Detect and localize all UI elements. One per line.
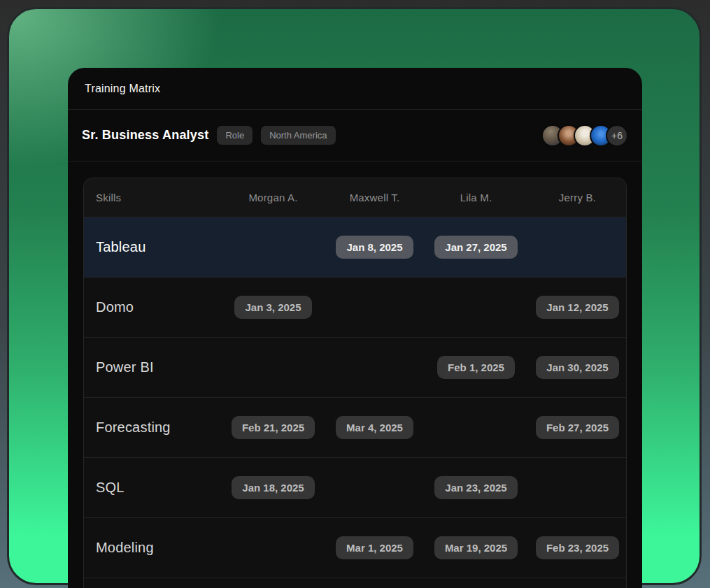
table-row-partial [84, 578, 626, 588]
table-body: Tableau Jan 8, 2025 Jan 27, 2025 Domo Ja… [84, 217, 626, 578]
skill-name: Forecasting [84, 420, 222, 436]
column-header-maxwell: Maxwell T. [324, 192, 425, 203]
column-header-skills: Skills [84, 192, 222, 203]
date-badge[interactable]: Jan 8, 2025 [336, 236, 413, 259]
date-cell: Jan 27, 2025 [425, 236, 527, 259]
date-cell: Jan 8, 2025 [324, 236, 425, 259]
table-row[interactable]: Power BI Feb 1, 2025 Jan 30, 2025 [84, 338, 626, 398]
avatar-overflow-count[interactable]: +6 [606, 124, 628, 147]
date-badge[interactable]: Feb 1, 2025 [437, 356, 515, 379]
training-matrix-table: Skills Morgan A. Maxwell T. Lila M. Jerr… [83, 178, 627, 588]
role-title: Sr. Business Analyst [82, 128, 208, 143]
skill-name: SQL [84, 480, 222, 496]
table-row[interactable]: Domo Jan 3, 2025 Jan 12, 2025 [84, 278, 626, 338]
skill-name: Tableau [84, 239, 222, 255]
date-badge[interactable]: Feb 21, 2025 [232, 416, 315, 439]
date-badge[interactable]: Jan 3, 2025 [234, 296, 311, 319]
table-row[interactable]: Forecasting Feb 21, 2025 Mar 4, 2025 Feb… [84, 398, 626, 458]
date-cell: Feb 21, 2025 [222, 416, 324, 439]
chip-role[interactable]: Role [217, 126, 253, 145]
app-window: Training Matrix Sr. Business Analyst Rol… [68, 68, 642, 588]
date-badge[interactable]: Jan 12, 2025 [536, 296, 618, 319]
skill-name: Modeling [84, 540, 222, 556]
date-cell: Mar 1, 2025 [324, 536, 425, 559]
table-row[interactable]: Tableau Jan 8, 2025 Jan 27, 2025 [84, 217, 626, 278]
date-badge[interactable]: Mar 19, 2025 [434, 536, 518, 559]
date-badge[interactable]: Mar 1, 2025 [336, 536, 413, 559]
date-cell: Feb 1, 2025 [425, 356, 527, 379]
date-badge[interactable]: Jan 23, 2025 [434, 476, 517, 499]
table-row[interactable]: Modeling Mar 1, 2025 Mar 19, 2025 Feb 23… [84, 518, 626, 578]
date-cell: Mar 19, 2025 [425, 536, 527, 559]
date-cell: Jan 12, 2025 [527, 296, 627, 319]
table-header-row: Skills Morgan A. Maxwell T. Lila M. Jerr… [84, 178, 626, 217]
date-cell: Jan 30, 2025 [527, 356, 627, 379]
title-bar: Training Matrix [68, 68, 642, 110]
date-badge[interactable]: Jan 30, 2025 [536, 356, 618, 379]
date-badge[interactable]: Feb 23, 2025 [536, 536, 619, 559]
date-badge[interactable]: Jan 27, 2025 [434, 236, 517, 259]
date-cell: Feb 27, 2025 [527, 416, 627, 439]
column-header-morgan: Morgan A. [222, 192, 324, 203]
date-badge[interactable]: Feb 27, 2025 [536, 416, 619, 439]
date-badge[interactable]: Jan 18, 2025 [232, 476, 314, 499]
window-title: Training Matrix [85, 83, 160, 95]
content-area: Skills Morgan A. Maxwell T. Lila M. Jerr… [68, 162, 642, 588]
date-cell: Jan 18, 2025 [222, 476, 324, 499]
date-badge[interactable]: Mar 4, 2025 [336, 416, 413, 439]
date-cell: Mar 4, 2025 [324, 416, 425, 439]
chip-region[interactable]: North America [261, 126, 335, 145]
column-header-lila: Lila M. [425, 192, 527, 203]
skill-name: Domo [84, 299, 222, 315]
table-row[interactable]: SQL Jan 18, 2025 Jan 23, 2025 [84, 458, 626, 518]
toolbar: Sr. Business Analyst Role North America … [68, 110, 642, 162]
column-header-jerry: Jerry B. [527, 192, 627, 203]
date-cell: Feb 23, 2025 [527, 536, 627, 559]
date-cell: Jan 3, 2025 [222, 296, 324, 319]
date-cell: Jan 23, 2025 [425, 476, 527, 499]
skill-name: Power BI [84, 359, 222, 375]
avatar-stack[interactable]: +6 [541, 124, 628, 147]
